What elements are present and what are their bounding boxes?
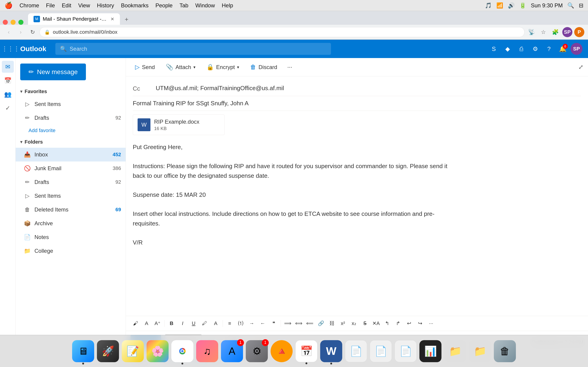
undo-btn[interactable]: ↩ bbox=[404, 318, 414, 328]
menu-people[interactable]: People bbox=[156, 2, 173, 9]
chrome-profile-avatar[interactable]: SP bbox=[562, 27, 572, 37]
help-icon-btn[interactable]: ? bbox=[543, 43, 555, 55]
clear-format-btn[interactable]: ✕A bbox=[371, 318, 381, 328]
italic-btn[interactable]: I bbox=[178, 318, 188, 328]
rail-tasks-icon[interactable]: ✓ bbox=[2, 102, 14, 114]
align-left-btn[interactable]: ≡ bbox=[225, 318, 235, 328]
waffle-menu-btn[interactable]: ⋮⋮⋮ bbox=[6, 44, 16, 54]
tab-close-btn[interactable]: ✕ bbox=[111, 16, 114, 22]
more-format-btn[interactable]: ··· bbox=[426, 318, 436, 328]
bold-btn[interactable]: B bbox=[166, 318, 177, 328]
sidebar-inbox[interactable]: 📥 Inbox 452 bbox=[16, 148, 126, 161]
font-color-btn[interactable]: A bbox=[211, 318, 221, 328]
font-size-btn[interactable]: A bbox=[141, 318, 152, 328]
discard-btn-toolbar[interactable]: 🗑 Discard bbox=[246, 61, 282, 73]
rtl-btn[interactable]: ↰ bbox=[382, 318, 392, 328]
dock-photos[interactable]: 🌸 bbox=[147, 340, 169, 362]
align-center-btn[interactable]: ⟸ bbox=[305, 318, 315, 328]
skype-icon-btn[interactable]: S bbox=[488, 43, 500, 55]
chrome-secondary-avatar[interactable]: P bbox=[574, 27, 584, 37]
forward-btn[interactable]: › bbox=[16, 27, 26, 37]
dock-files2[interactable]: 📁 bbox=[469, 340, 491, 362]
dock-doc2[interactable]: 📄 bbox=[370, 340, 392, 362]
dock-calc[interactable]: 📊 bbox=[419, 340, 441, 362]
rail-mail-icon[interactable]: ✉ bbox=[2, 61, 14, 73]
dock-chrome[interactable] bbox=[171, 340, 193, 362]
quote-btn[interactable]: ❝ bbox=[269, 318, 279, 328]
maximize-window-btn[interactable] bbox=[18, 20, 23, 25]
menu-view[interactable]: View bbox=[78, 2, 90, 9]
sidebar-deleted[interactable]: 🗑 Deleted Items 69 bbox=[16, 203, 126, 217]
rail-calendar-icon[interactable]: 📅 bbox=[2, 75, 14, 86]
notifications-icon-btn[interactable]: 🔔 6 bbox=[557, 43, 569, 55]
cast-icon[interactable]: 📡 bbox=[527, 27, 536, 37]
address-bar[interactable]: 🔒 outlook.live.com/mail/0/inbox bbox=[40, 27, 525, 37]
ltr-btn[interactable]: ↱ bbox=[393, 318, 403, 328]
highlight-btn[interactable]: 🖊 bbox=[199, 318, 210, 328]
sidebar-junk[interactable]: 🚫 Junk Email 386 bbox=[16, 161, 126, 175]
dock-doc1[interactable]: 📄 bbox=[345, 340, 367, 362]
dock-launchpad[interactable]: 🚀 bbox=[97, 340, 119, 362]
search-menu-icon[interactable]: 🔍 bbox=[567, 2, 574, 9]
dock-calendar[interactable]: 📅 bbox=[295, 340, 317, 362]
rewards-icon-btn[interactable]: ◆ bbox=[502, 43, 514, 55]
reload-btn[interactable]: ↻ bbox=[27, 27, 38, 37]
menu-window[interactable]: Window bbox=[195, 2, 215, 9]
underline-btn[interactable]: U bbox=[189, 318, 199, 328]
toolbar-more-btn[interactable]: ··· bbox=[284, 61, 296, 73]
sidebar-drafts[interactable]: ✏ Drafts 92 bbox=[16, 175, 126, 189]
sidebar-drafts-fav[interactable]: ✏ Drafts 92 bbox=[16, 111, 126, 125]
rail-people-icon[interactable]: 👥 bbox=[2, 88, 14, 100]
redo-btn[interactable]: ↪ bbox=[415, 318, 425, 328]
extensions-icon[interactable]: 🧩 bbox=[550, 27, 561, 37]
sidebar-notes[interactable]: 📄 Notes bbox=[16, 230, 126, 244]
attach-btn-toolbar[interactable]: 📎 Attach ▾ bbox=[161, 61, 200, 73]
numbered-list-btn[interactable]: ⑴ bbox=[236, 318, 246, 328]
dock-files1[interactable]: 📁 bbox=[444, 340, 466, 362]
encrypt-btn-toolbar[interactable]: 🔒 Encrypt ▾ bbox=[202, 61, 244, 73]
control-center-icon[interactable]: ⊟ bbox=[579, 2, 583, 9]
add-favorite-btn[interactable]: Add favorite bbox=[16, 125, 126, 136]
sidebar-sent-items-fav[interactable]: ▷ Sent Items bbox=[16, 97, 126, 111]
share-icon-btn[interactable]: ⎙ bbox=[515, 43, 527, 55]
dock-trash[interactable]: 🗑 bbox=[494, 340, 516, 362]
new-message-btn[interactable]: ✏ New message bbox=[20, 64, 86, 80]
font-size-up-btn[interactable]: A⁺ bbox=[153, 318, 163, 328]
align-right-btn[interactable]: ⟹ bbox=[283, 318, 293, 328]
favorites-header[interactable]: ▾ Favorites bbox=[16, 86, 126, 97]
expand-compose-icon[interactable]: ⤢ bbox=[578, 64, 583, 71]
strikethrough-btn[interactable]: S̶ bbox=[360, 318, 370, 328]
menu-help[interactable]: Help bbox=[222, 2, 233, 9]
dock-music[interactable]: ♫ bbox=[196, 340, 218, 362]
dock-settings[interactable]: ⚙ 1 bbox=[246, 340, 268, 362]
dock-doc3[interactable]: 📄 bbox=[395, 340, 417, 362]
menu-file[interactable]: File bbox=[46, 2, 55, 9]
menu-bookmarks[interactable]: Bookmarks bbox=[121, 2, 149, 9]
email-body[interactable]: Put Greeting Here, Instructions: Please … bbox=[133, 142, 454, 248]
dock-vlc[interactable]: 🔺 bbox=[271, 340, 293, 362]
search-input[interactable] bbox=[69, 46, 326, 52]
subject-input[interactable] bbox=[133, 100, 581, 107]
align-justify-btn[interactable]: ⟺ bbox=[294, 318, 304, 328]
unlink-btn[interactable]: ⛓ bbox=[327, 318, 337, 328]
format-paint-btn[interactable]: 🖌 bbox=[130, 318, 141, 328]
dock-finder[interactable]: 🖥 bbox=[72, 340, 94, 362]
dock-notes[interactable]: 📝 bbox=[122, 340, 144, 362]
superscript-btn[interactable]: x² bbox=[338, 318, 348, 328]
settings-icon-btn[interactable]: ⚙ bbox=[529, 43, 541, 55]
user-avatar-btn[interactable]: SP bbox=[571, 43, 582, 55]
apple-menu[interactable]: 🍎 bbox=[5, 2, 13, 9]
indent-decrease-btn[interactable]: ← bbox=[258, 318, 268, 328]
subscript-btn[interactable]: x₂ bbox=[349, 318, 359, 328]
link-btn[interactable]: 🔗 bbox=[316, 318, 326, 328]
dock-appstore[interactable]: A 1 bbox=[221, 340, 243, 362]
menu-history[interactable]: History bbox=[97, 2, 114, 9]
sidebar-sent[interactable]: ▷ Sent Items bbox=[16, 189, 126, 203]
folders-header[interactable]: ▾ Folders bbox=[16, 136, 126, 148]
close-window-btn[interactable] bbox=[3, 20, 8, 25]
send-btn-toolbar[interactable]: ▷ Send bbox=[130, 61, 159, 73]
back-btn[interactable]: ‹ bbox=[4, 27, 14, 37]
menu-chrome[interactable]: Chrome bbox=[19, 2, 39, 9]
attachment-card[interactable]: W RIP Example.docx 16 KB bbox=[133, 115, 225, 135]
indent-increase-btn[interactable]: → bbox=[247, 318, 257, 328]
